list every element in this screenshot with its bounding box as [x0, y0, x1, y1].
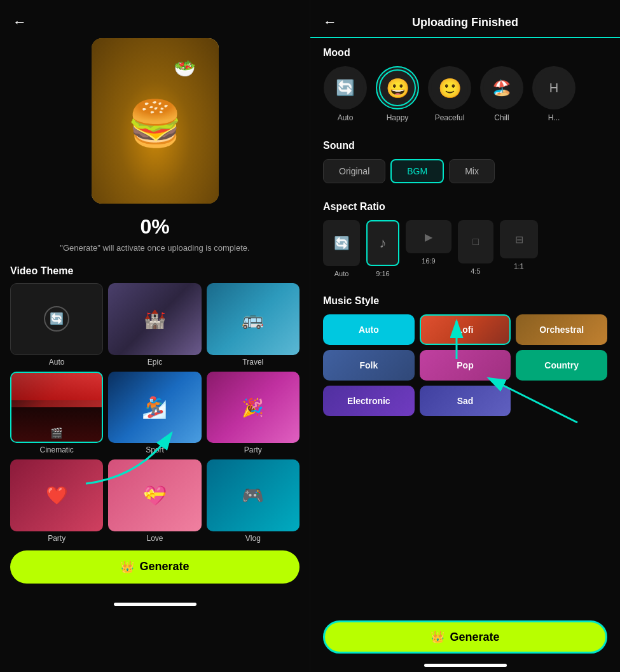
ratio-item-45[interactable]: □ 4:5 [458, 220, 493, 275]
mood-section: Mood 🔄 Auto 😀 Happy [310, 38, 620, 122]
video-theme-title: Video Theme [10, 265, 73, 277]
mood-circle-inner-peaceful: 🙂 [431, 69, 468, 106]
theme-label-travel: Travel [242, 358, 263, 367]
mood-item-happy[interactable]: 😀 Happy [375, 66, 420, 122]
auto-icon: 🔄 [44, 306, 69, 332]
right-bottom-bar [424, 664, 507, 667]
theme-label-sport: Sport [146, 445, 164, 454]
mood-label-h: H... [548, 113, 560, 122]
mood-item-h[interactable]: H H... [532, 66, 576, 122]
right-header: ← Uploading Finished [310, 0, 620, 38]
mood-item-peaceful[interactable]: 🙂 Peaceful [427, 66, 472, 122]
theme-thumb-auto: 🔄 [10, 283, 103, 355]
music-auto-button[interactable]: Auto [323, 314, 415, 345]
mood-circle-peaceful: 🙂 [428, 66, 471, 109]
ratio-item-auto[interactable]: 🔄 Auto [323, 220, 360, 277]
music-pop-button[interactable]: Pop [420, 350, 511, 381]
mood-label-auto: Auto [338, 113, 354, 122]
right-panel: ← Uploading Finished Mood 🔄 Auto 😀 [310, 0, 620, 672]
mood-circle-chill: 🏖️ [480, 66, 523, 109]
right-back-button[interactable]: ← [323, 14, 337, 31]
theme-item-party[interactable]: 🎉 Party [207, 372, 300, 455]
theme-thumb-love: 💝 [108, 459, 201, 531]
theme-label-auto: Auto [49, 358, 65, 367]
progress-text: 0% [140, 215, 169, 239]
ratio-item-916[interactable]: ♪ 9:16 [366, 220, 399, 277]
mood-circle-inner-auto: 🔄 [327, 69, 364, 106]
sound-section-title: Sound [323, 140, 607, 151]
mood-circle-h: H [532, 66, 575, 109]
mood-label-peaceful: Peaceful [435, 113, 465, 122]
music-section: Music Style Auto Lofi Orchestral Folk Po… [310, 286, 620, 416]
ratio-box-11: ⊟ [500, 220, 538, 258]
theme-item-vlog[interactable]: 🎮 Vlog [207, 459, 300, 543]
ratio-label-11: 1:1 [514, 262, 523, 270]
left-back-button[interactable]: ← [13, 14, 27, 31]
ratio-label-916: 9:16 [376, 270, 389, 277]
mood-circle-happy: 😀 [376, 66, 419, 109]
generate-icon-right: 👑 [431, 630, 444, 644]
left-bottom-bar [114, 603, 196, 606]
theme-thumb-vlog: 🎮 [207, 459, 300, 531]
mood-section-title: Mood [323, 47, 607, 59]
music-grid: Auto Lofi Orchestral Folk Pop Country El… [323, 314, 607, 416]
ratio-row: 🔄 Auto ♪ 9:16 ▶ 16:9 □ [323, 220, 607, 277]
theme-item-travel[interactable]: 🚌 Travel [207, 283, 300, 367]
theme-grid: 🔄 Auto 🏰 Epic 🚌 Travel 🎬 Cinematic [10, 283, 300, 543]
theme-thumb-epic: 🏰 [108, 283, 201, 355]
mood-circle-inner-h: H [535, 69, 572, 106]
left-panel: ← 0% "Generate" will activate once uploa… [0, 0, 310, 672]
mood-item-chill[interactable]: 🏖️ Chill [479, 66, 524, 122]
theme-label-epic: Epic [148, 358, 162, 367]
cinema-seats: 🎬 [11, 407, 102, 442]
theme-thumb-cinematic: 🎬 [10, 372, 103, 444]
epic-icon: 🏰 [144, 309, 166, 330]
generate-icon-left: 👑 [120, 560, 134, 574]
video-preview [92, 38, 219, 204]
mood-item-auto[interactable]: 🔄 Auto [323, 66, 368, 122]
mood-label-happy: Happy [387, 113, 409, 122]
music-orchestral-button[interactable]: Orchestral [516, 314, 607, 345]
theme-thumb-party: 🎉 [207, 372, 300, 444]
sound-original-button[interactable]: Original [323, 159, 385, 183]
cinema-screen [11, 373, 102, 400]
sound-section: Sound Original BGM Mix [310, 131, 620, 183]
ratio-box-45: □ [458, 220, 493, 263]
right-generate-button[interactable]: 👑 Generate [323, 620, 607, 654]
sound-mix-button[interactable]: Mix [449, 159, 495, 183]
theme-item-cinematic[interactable]: 🎬 Cinematic [10, 372, 103, 455]
music-lofi-button[interactable]: Lofi [420, 314, 511, 345]
ratio-box-169: ▶ [406, 220, 451, 253]
party-icon: 🎉 [242, 397, 264, 418]
music-sad-button[interactable]: Sad [420, 386, 511, 416]
theme-item-sport[interactable]: 🏂 Sport [108, 372, 201, 455]
mood-row: 🔄 Auto 😀 Happy 🙂 [323, 66, 607, 122]
left-generate-button[interactable]: 👑 Generate [10, 550, 300, 584]
ratio-section-title: Aspect Ratio [323, 201, 607, 213]
love-icon: 💝 [143, 484, 167, 507]
right-title: Uploading Finished [345, 16, 586, 29]
mood-circle-inner-chill: 🏖️ [483, 69, 520, 106]
music-folk-button[interactable]: Folk [323, 350, 415, 381]
ratio-item-169[interactable]: ▶ 16:9 [406, 220, 451, 265]
right-arrows-container [310, 416, 620, 612]
theme-item-auto[interactable]: 🔄 Auto [10, 283, 103, 367]
music-section-title: Music Style [323, 295, 607, 307]
ratio-item-11[interactable]: ⊟ 1:1 [500, 220, 538, 270]
theme-item-epic[interactable]: 🏰 Epic [108, 283, 201, 367]
generate-label-left: Generate [139, 560, 189, 573]
music-electronic-button[interactable]: Electronic [323, 386, 415, 416]
sound-row: Original BGM Mix [323, 159, 607, 183]
theme-thumb-party2: ❤️ [10, 459, 103, 531]
theme-item-love[interactable]: 💝 Love [108, 459, 201, 543]
mood-circle-inner-happy: 😀 [379, 69, 416, 106]
sport-icon: 🏂 [142, 395, 167, 419]
ratio-label-169: 16:9 [422, 257, 435, 265]
theme-label-party: Party [244, 445, 262, 454]
theme-item-party2[interactable]: ❤️ Party [10, 459, 103, 543]
generate-label-right: Generate [450, 631, 499, 644]
theme-label-cinematic: Cinematic [39, 445, 73, 454]
sound-bgm-button[interactable]: BGM [390, 159, 444, 183]
theme-thumb-travel: 🚌 [207, 283, 300, 355]
music-country-button[interactable]: Country [516, 350, 607, 381]
